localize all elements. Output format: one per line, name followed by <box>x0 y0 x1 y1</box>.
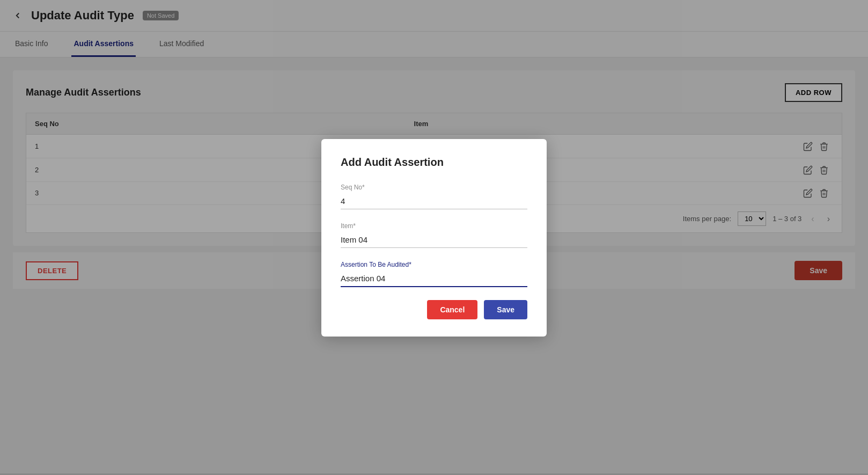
assertion-label: Assertion To Be Audited* <box>341 261 527 268</box>
add-audit-assertion-modal: Add Audit Assertion Seq No* Item* Assert… <box>321 139 547 337</box>
assertion-field-group: Assertion To Be Audited* <box>341 261 527 287</box>
seq-no-field-group: Seq No* <box>341 184 527 209</box>
modal-footer: Cancel Save <box>341 300 527 319</box>
modal-overlay: Add Audit Assertion Seq No* Item* Assert… <box>0 0 868 475</box>
item-field-group: Item* <box>341 222 527 248</box>
item-label: Item* <box>341 222 527 230</box>
modal-save-button[interactable]: Save <box>484 300 527 319</box>
seq-no-label: Seq No* <box>341 184 527 191</box>
seq-no-input[interactable] <box>341 193 527 209</box>
modal-cancel-button[interactable]: Cancel <box>427 300 477 319</box>
item-input[interactable] <box>341 232 527 248</box>
assertion-input[interactable] <box>341 271 527 287</box>
modal-title: Add Audit Assertion <box>341 156 527 169</box>
